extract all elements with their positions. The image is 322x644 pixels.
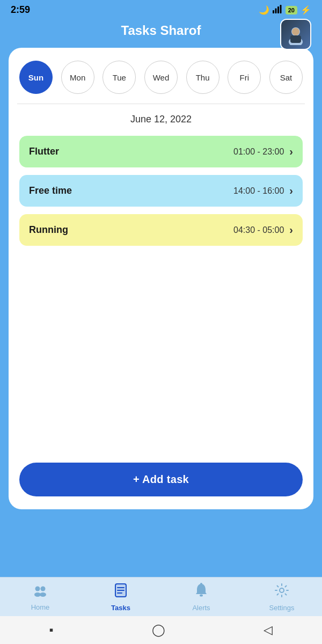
tasks-icon	[113, 583, 128, 602]
status-time: 2:59	[11, 4, 30, 16]
nav-alerts[interactable]: Alerts	[161, 583, 241, 612]
svg-rect-1	[275, 8, 276, 13]
moon-icon: 🌙	[259, 5, 269, 15]
home-icon	[33, 583, 48, 601]
svg-point-17	[200, 595, 203, 597]
add-task-button[interactable]: + Add task	[19, 463, 303, 496]
battery-level: 20	[286, 6, 297, 14]
svg-rect-3	[280, 5, 281, 13]
nav-settings[interactable]: Settings	[241, 583, 322, 612]
alerts-icon	[194, 583, 208, 602]
day-mon[interactable]: Mon	[61, 61, 94, 94]
header: Tasks Sharof	[0, 18, 322, 48]
day-tue[interactable]: Tue	[103, 61, 136, 94]
svg-rect-0	[273, 10, 274, 13]
svg-point-18	[200, 583, 202, 585]
divider	[17, 104, 305, 104]
task-free-time-time: 14:00 - 16:00	[233, 186, 284, 196]
svg-point-11	[40, 592, 46, 597]
svg-rect-7	[290, 35, 301, 43]
nav-home-label: Home	[31, 603, 50, 611]
android-circle-btn[interactable]: ◯	[152, 623, 165, 637]
task-flutter-right: 01:00 - 23:00 ›	[233, 145, 293, 158]
status-bar: 2:59 🌙 20 ⚡	[0, 0, 322, 18]
svg-point-9	[41, 587, 46, 591]
task-free-time[interactable]: Free time 14:00 - 16:00 ›	[19, 175, 303, 207]
signal-icon	[273, 5, 282, 16]
svg-rect-2	[277, 6, 279, 13]
date-label: June 12, 2022	[19, 114, 303, 125]
task-flutter-time: 01:00 - 23:00	[233, 147, 284, 157]
nav-tasks-label: Tasks	[111, 604, 130, 612]
chevron-right-icon: ›	[289, 145, 293, 158]
day-thu[interactable]: Thu	[186, 61, 219, 94]
avatar-image	[281, 20, 310, 49]
task-running-time: 04:30 - 05:00	[233, 225, 284, 235]
nav-alerts-label: Alerts	[192, 604, 210, 612]
day-selector: Sun Mon Tue Wed Thu Fri Sat	[19, 61, 303, 94]
settings-icon	[274, 583, 289, 602]
svg-point-6	[292, 28, 299, 35]
task-free-time-name: Free time	[29, 185, 72, 196]
day-fri[interactable]: Fri	[228, 61, 261, 94]
avatar[interactable]	[280, 19, 311, 50]
task-running-name: Running	[29, 224, 68, 236]
status-icons: 🌙 20 ⚡	[259, 5, 311, 16]
task-running-right: 04:30 - 05:00 ›	[233, 224, 293, 236]
day-sun[interactable]: Sun	[19, 61, 53, 94]
main-card: Sun Mon Tue Wed Thu Fri Sat June 12, 202…	[9, 48, 313, 509]
bottom-nav: Home Tasks Alerts	[0, 577, 322, 616]
nav-settings-label: Settings	[269, 604, 295, 612]
nav-tasks[interactable]: Tasks	[80, 583, 161, 612]
page-title: Tasks Sharof	[121, 23, 201, 38]
chevron-right-icon-3: ›	[289, 224, 293, 236]
task-running[interactable]: Running 04:30 - 05:00 ›	[19, 214, 303, 246]
battery-icon: ⚡	[301, 5, 311, 15]
svg-point-8	[35, 587, 40, 591]
svg-point-19	[280, 588, 284, 592]
task-free-time-right: 14:00 - 16:00 ›	[233, 185, 293, 197]
task-flutter-name: Flutter	[29, 146, 59, 157]
day-wed[interactable]: Wed	[144, 61, 178, 94]
chevron-right-icon-2: ›	[289, 185, 293, 197]
android-back-btn[interactable]: ◁	[264, 623, 273, 637]
task-flutter[interactable]: Flutter 01:00 - 23:00 ›	[19, 136, 303, 167]
day-sat[interactable]: Sat	[269, 61, 303, 94]
android-square-btn[interactable]: ▪	[49, 623, 54, 637]
android-nav: ▪ ◯ ◁	[0, 616, 322, 644]
nav-home[interactable]: Home	[0, 583, 80, 611]
